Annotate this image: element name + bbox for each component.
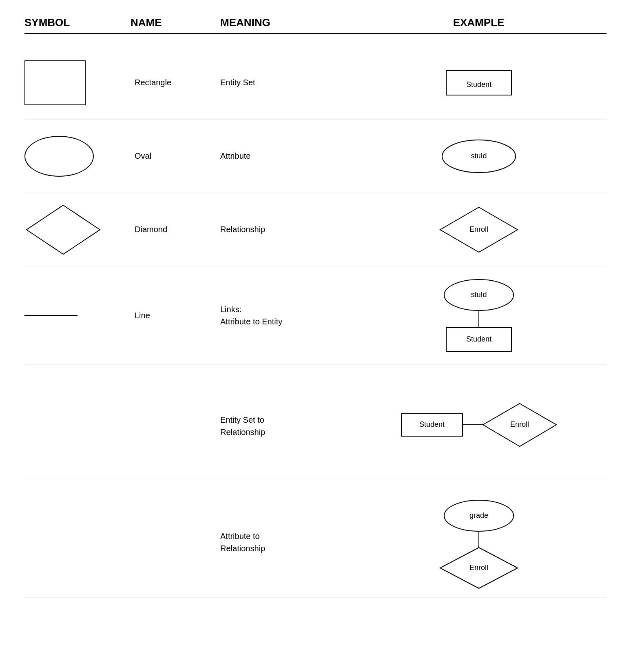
row-attr-to-rel: Attribute to Relationship grade Enroll xyxy=(24,487,607,598)
example-entity-to-rel: Student Enroll xyxy=(351,399,607,452)
name-oval: Oval xyxy=(131,151,220,161)
example-rectangle-svg: Student xyxy=(442,69,516,97)
example-diamond-svg: Enroll xyxy=(438,205,520,254)
example-stuid-label: stuId xyxy=(471,151,487,160)
oval-shape xyxy=(24,136,94,177)
header-example: EXAMPLE xyxy=(351,16,607,29)
symbol-rectangle xyxy=(24,60,131,105)
example-attr-rel-svg: grade Enroll xyxy=(430,495,528,589)
name-rectangle: Rectangle xyxy=(131,78,220,87)
row-oval: Oval Attribute stuId xyxy=(24,120,607,193)
meaning-entity-rel-line1: Entity Set to xyxy=(220,414,351,426)
meaning-entity-rel-line2: Relationship xyxy=(220,426,351,438)
example-student-rect-2: Student xyxy=(419,420,444,428)
rectangle-shape xyxy=(24,60,86,105)
svg-marker-2 xyxy=(27,205,100,254)
example-diamond: Enroll xyxy=(351,205,607,254)
example-line: stuId Student xyxy=(351,275,607,356)
header-row: SYMBOL NAME MEANING EXAMPLE xyxy=(24,16,607,34)
meaning-relationship: Relationship xyxy=(220,225,351,234)
example-student-label: Student xyxy=(466,80,491,88)
example-attr-to-rel: grade Enroll xyxy=(351,495,607,589)
row-rectangle: Rectangle Entity Set Student xyxy=(24,46,607,120)
example-oval-svg: stuId xyxy=(438,138,520,175)
example-enroll-label-2: Enroll xyxy=(510,420,529,428)
example-oval: stuId xyxy=(351,138,607,175)
meaning-attr-rel-line2: Relationship xyxy=(220,542,351,554)
meaning-links: Links: Attribute to Entity xyxy=(220,303,351,328)
example-entity-set: Student xyxy=(351,69,607,97)
example-student-rect: Student xyxy=(466,335,491,343)
example-line-svg: stuId Student xyxy=(434,275,524,356)
symbol-line xyxy=(24,315,131,316)
name-diamond: Diamond xyxy=(131,225,220,234)
header-name: NAME xyxy=(131,16,220,29)
example-grade-label: grade xyxy=(469,511,488,519)
symbol-oval xyxy=(24,136,131,177)
name-line: Line xyxy=(131,311,220,320)
page: SYMBOL NAME MEANING EXAMPLE Rectangle En… xyxy=(0,0,631,672)
diamond-symbol-svg xyxy=(24,203,102,256)
line-shape xyxy=(24,315,77,316)
row-line: Line Links: Attribute to Entity stuId St… xyxy=(24,266,607,365)
meaning-attribute: Attribute xyxy=(220,151,351,161)
example-enroll-label-3: Enroll xyxy=(469,563,488,572)
meaning-attr-rel-line1: Attribute to xyxy=(220,530,351,542)
meaning-links-line2: Attribute to Entity xyxy=(220,315,351,328)
header-meaning: MEANING xyxy=(220,16,351,29)
row-entity-to-rel: Entity Set to Relationship Student Enrol… xyxy=(24,373,607,479)
symbol-diamond xyxy=(24,203,131,256)
header-symbol: SYMBOL xyxy=(24,16,131,29)
meaning-links-line1: Links: xyxy=(220,303,351,315)
example-entity-rel-svg: Student Enroll xyxy=(397,399,560,452)
meaning-entity-to-rel: Entity Set to Relationship xyxy=(220,414,351,438)
row-diamond: Diamond Relationship Enroll xyxy=(24,193,607,266)
example-enroll-label-1: Enroll xyxy=(469,225,488,233)
example-stuid-oval: stuId xyxy=(471,291,487,299)
meaning-attr-to-rel: Attribute to Relationship xyxy=(220,530,351,554)
meaning-entity-set: Entity Set xyxy=(220,78,351,87)
